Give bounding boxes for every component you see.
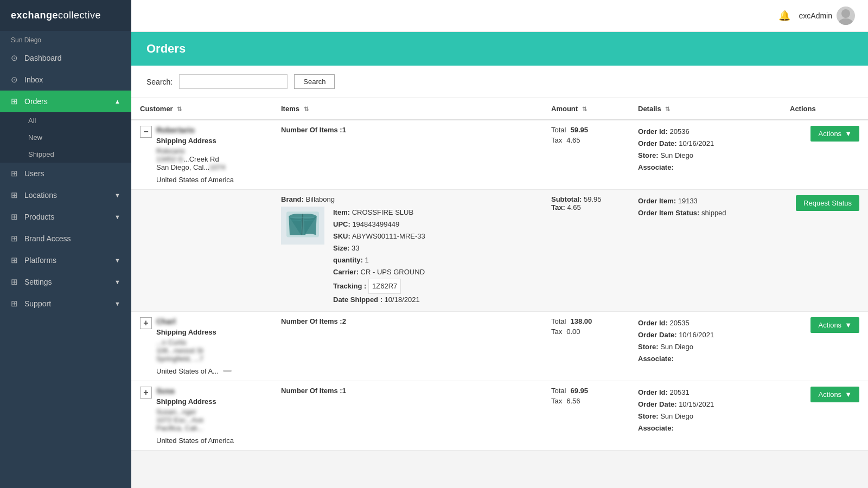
order1-tax-label: Tax (551, 136, 562, 144)
user-menu[interactable]: excAdmin (799, 7, 855, 25)
orders-submenu: All New Shipped (0, 112, 131, 163)
locations-icon: ⊞ (11, 190, 18, 200)
order3-customer-cell: + Susa Shipping Address Susan...nger 107… (131, 381, 272, 450)
sidebar-sub-new[interactable]: New (0, 129, 131, 146)
order1-actions-cell: Actions ▼ (781, 120, 868, 190)
order3-shipping-name: Susan...nger (156, 408, 234, 416)
sidebar-item-locations[interactable]: ⊞ Locations ▼ (0, 184, 131, 206)
svg-point-1 (839, 18, 853, 25)
order2-actions-button[interactable]: Actions ▼ (810, 317, 859, 333)
order3-items-cell: Number Of Items :1 (272, 381, 542, 450)
inbox-icon: ⊙ (11, 75, 18, 85)
sidebar-item-users[interactable]: ⊞ Users (0, 163, 131, 184)
orders-arrow: ▲ (114, 98, 120, 105)
sidebar-item-products[interactable]: ⊞ Products ▼ (0, 206, 131, 228)
col-header-actions: Actions (781, 98, 868, 120)
order1-shipping-addr1: 13452 G...Creek Rd (156, 155, 234, 163)
request-status-button[interactable]: Request Status (796, 195, 859, 211)
order2-actions-chevron: ▼ (845, 321, 852, 329)
order3-customer-name: Susa (156, 387, 234, 395)
page-content: Orders Search: Search Customer ⇅ Items ⇅ (131, 32, 868, 488)
settings-icon: ⊞ (11, 277, 18, 287)
app-logo: exchangecollective (0, 0, 131, 31)
platforms-arrow: ▼ (114, 257, 120, 264)
order1-order-date: 10/16/2021 (679, 139, 714, 147)
order3-actions-button[interactable]: Actions ▼ (810, 387, 859, 402)
products-icon: ⊞ (11, 212, 18, 222)
customer-sort-icon[interactable]: ⇅ (177, 106, 182, 112)
order3-total-value: 69.95 (570, 387, 588, 395)
sidebar-item-label: Users (24, 169, 44, 178)
orders-icon: ⊞ (11, 97, 18, 106)
order1-toggle[interactable]: − (140, 126, 152, 138)
order3-tax-value: 6.56 (566, 397, 580, 405)
order2-customer-name: Charl (156, 317, 232, 326)
order3-shipping-city: Pacifica, Cali... (156, 424, 234, 432)
order1-detail-amount-cell: Subtotal: 59.95 Tax: 4.65 (542, 190, 629, 312)
sidebar-item-label: Orders (24, 97, 48, 106)
sidebar-sub-shipped[interactable]: Shipped (0, 146, 131, 163)
order1-items-cell: Number Of Items :1 (272, 120, 542, 190)
details-sort-icon[interactable]: ⇅ (665, 106, 670, 112)
order2-badge (223, 370, 232, 372)
order1-detail-info-cell: Order Item: 19133 Order Item Status: shi… (629, 190, 781, 312)
sidebar-item-dashboard[interactable]: ⊙ Dashboard (0, 47, 131, 69)
order3-amount-cell: Total 69.95 Tax 6.56 (542, 381, 629, 450)
order1-shipping-city: San Diego, Cal...1074 (156, 163, 234, 171)
table-row: + Charl Shipping Address ...n Curtis 106… (131, 311, 868, 381)
amount-sort-icon[interactable]: ⇅ (582, 106, 587, 112)
avatar (837, 7, 855, 25)
search-label: Search: (146, 78, 173, 86)
order2-toggle[interactable]: + (140, 317, 152, 329)
sidebar-item-support[interactable]: ⊞ Support ▼ (0, 293, 131, 314)
locations-arrow: ▼ (114, 192, 120, 198)
items-sort-icon[interactable]: ⇅ (304, 106, 309, 112)
order1-actions-button[interactable]: Actions ▼ (810, 126, 859, 142)
col-header-details: Details ⇅ (629, 98, 781, 120)
order2-actions-cell: Actions ▼ (781, 311, 868, 381)
sidebar-item-inbox[interactable]: ⊙ Inbox (0, 69, 131, 91)
order1-customer-name: Robertario (156, 126, 234, 134)
sidebar-sub-all[interactable]: All (0, 112, 131, 129)
search-button[interactable]: Search (294, 74, 335, 89)
platforms-icon: ⊞ (11, 255, 18, 265)
sidebar-item-brand-access[interactable]: ⊞ Brand Access (0, 228, 131, 249)
search-input[interactable] (179, 74, 288, 89)
products-arrow: ▼ (114, 214, 120, 220)
order2-shipping-country: United States of A... (156, 367, 219, 375)
order2-total-value: 138.00 (570, 317, 592, 325)
svg-point-0 (841, 9, 850, 18)
order1-amount-cell: Total 59.95 Tax 4.65 (542, 120, 629, 190)
sidebar-item-label: Support (24, 299, 51, 308)
logo-bold: exchange (11, 10, 58, 21)
order1-total-label: Total (551, 126, 566, 134)
sidebar-item-label: Dashboard (24, 54, 62, 62)
order1-items-label: Number Of Items :1 (281, 126, 346, 134)
sidebar-item-orders[interactable]: ⊞ Orders ▲ (0, 91, 131, 112)
notification-bell[interactable]: 🔔 (778, 10, 790, 22)
page-header: Orders (131, 32, 868, 66)
order2-tax-label: Tax (551, 328, 562, 336)
order1-shipping-title: Shipping Address (156, 137, 234, 145)
support-icon: ⊞ (11, 299, 18, 309)
order1-total-value: 59.95 (570, 126, 588, 134)
order3-toggle[interactable]: + (140, 387, 152, 399)
order3-actions-chevron: ▼ (845, 390, 852, 399)
table-row: + Susa Shipping Address Susan...nger 107… (131, 381, 868, 450)
order3-total-label: Total (551, 387, 566, 395)
sidebar-item-label: Brand Access (24, 234, 71, 243)
order1-order-id: 20536 (670, 127, 690, 136)
sidebar-item-label: Products (24, 213, 54, 221)
order1-detail-items-cell: Brand: Billabong (272, 190, 542, 312)
sidebar-item-platforms[interactable]: ⊞ Platforms ▼ (0, 249, 131, 271)
order2-shipping-city: Springfield, ...7 (156, 355, 232, 363)
order1-tax-value: 4.65 (566, 136, 580, 144)
order3-items-label: Number Of Items :1 (281, 387, 346, 395)
order1-detail-row: Brand: Billabong (131, 190, 868, 312)
product-details: Item: CROSSFIRE SLUB UPC: 194843499449 S… (333, 207, 425, 306)
sidebar-item-label: Locations (24, 191, 57, 200)
sidebar-item-settings[interactable]: ⊞ Settings ▼ (0, 271, 131, 293)
order2-items-cell: Number Of Items :2 (272, 311, 542, 381)
order2-tax-value: 0.00 (566, 328, 580, 336)
order2-customer-cell: + Charl Shipping Address ...n Curtis 106… (131, 311, 272, 381)
